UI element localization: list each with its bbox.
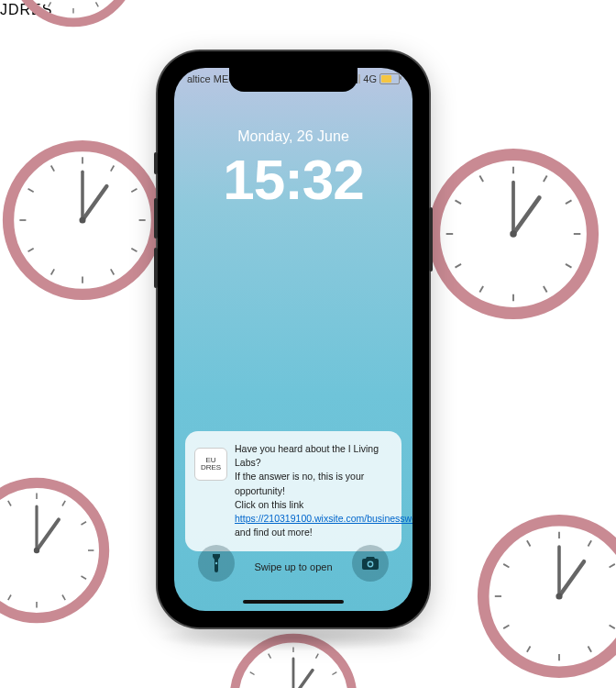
- lock-date: Monday, 26 June: [174, 128, 412, 145]
- notification-app-icon: EU DRES: [194, 448, 227, 481]
- power-button: [429, 207, 433, 272]
- svg-point-67: [510, 230, 517, 238]
- phone-frame: altice MEO 4G Monday, 26 June 15:32 EU D…: [158, 51, 429, 627]
- clock-icon: [9, 0, 138, 28]
- swipe-hint: Swipe up to open: [174, 561, 412, 572]
- lock-time: 15:32: [174, 147, 412, 212]
- phone-shadow: [156, 624, 431, 651]
- volume-up-button: [154, 198, 158, 239]
- clock-icon: [2, 139, 163, 301]
- lock-screen[interactable]: altice MEO 4G Monday, 26 June 15:32 EU D…: [174, 68, 412, 611]
- clock-icon: [477, 514, 616, 679]
- notification-link[interactable]: https://210319100.wixsite.com/businesswo…: [235, 513, 412, 524]
- mute-switch: [154, 152, 158, 174]
- svg-point-118: [556, 593, 562, 599]
- volume-down-button: [154, 248, 158, 288]
- clock-icon: [427, 148, 600, 320]
- svg-point-103: [495, 532, 616, 660]
- notification-text: Have you heard about the I Living Labs? …: [235, 442, 389, 540]
- svg-point-84: [34, 548, 39, 553]
- notch: [229, 68, 358, 92]
- network-label: 4G: [363, 73, 377, 84]
- svg-point-69: [0, 494, 94, 608]
- battery-icon: [380, 73, 400, 84]
- clock-icon: [0, 477, 110, 624]
- notification-card[interactable]: EU DRES Have you heard about the I Livin…: [185, 431, 402, 551]
- home-indicator[interactable]: [243, 600, 344, 604]
- svg-point-50: [79, 216, 85, 223]
